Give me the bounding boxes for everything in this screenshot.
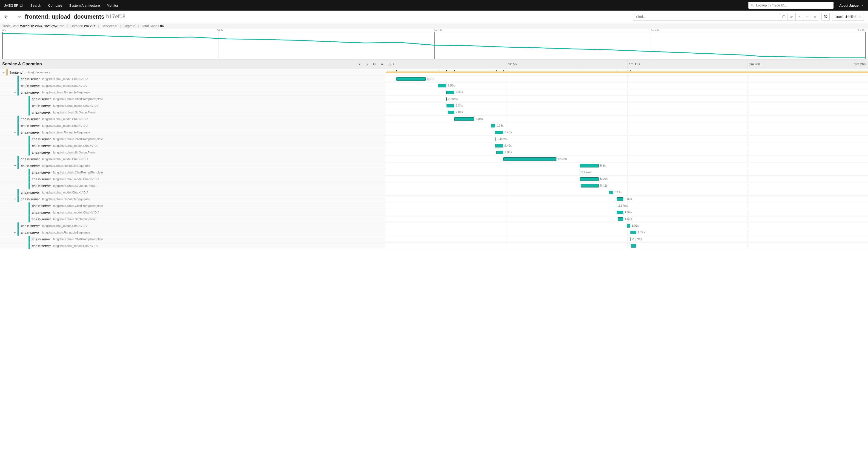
span-row[interactable]: chain-serverlangchain.chat_model.ChatNVI… [0,122,868,129]
find-clear-button[interactable] [811,13,819,21]
expand-toggle[interactable] [13,231,17,234]
span-bar[interactable] [495,137,496,141]
span-label[interactable]: chain-serverlangchain.chain.RunnableSequ… [0,89,386,95]
span-timeline[interactable]: 5.42s [386,182,868,189]
span-timeline[interactable]: 2.39ms [386,96,868,102]
span-row[interactable]: frontendupload_documents [0,69,868,76]
span-label[interactable]: chain-serverlangchain.chain.ChatPromptTe… [0,136,386,142]
nav-monitor[interactable]: Monitor [107,3,118,7]
span-label[interactable]: chain-serverlangchain.chain.ChatPromptTe… [0,236,386,242]
span-bar[interactable] [580,177,599,181]
span-timeline[interactable]: 2.37ms [386,236,868,242]
view-dropdown[interactable]: Trace Timeline [832,13,864,21]
span-bar[interactable] [454,117,474,121]
span-timeline[interactable]: 6.04s [386,116,868,122]
expand-toggle[interactable] [13,164,17,167]
trace-lookup[interactable] [748,2,834,9]
span-timeline[interactable]: 2.42s [386,142,868,149]
span-row[interactable]: chain-serverlangchain.chain.StrOutputPar… [0,182,868,189]
span-timeline[interactable]: 2.46s [386,129,868,136]
back-button[interactable] [2,13,9,20]
span-label[interactable]: chain-serverlangchain.chat_model.ChatNVI… [0,122,386,129]
span-label[interactable]: chain-serverlangchain.chat_model.ChatNVI… [0,176,386,182]
span-timeline[interactable]: 8.81s [386,76,868,82]
span-bar[interactable] [618,217,623,221]
span-row[interactable]: chain-serverlangchain.chat_model.ChatNVI… [0,209,868,216]
find-prev-button[interactable] [796,13,803,21]
span-timeline[interactable]: 2.08s [386,149,868,155]
span-timeline[interactable] [386,242,868,249]
span-timeline[interactable]: 1.02s [386,223,868,229]
span-bar[interactable] [448,111,454,114]
span-timeline[interactable]: 5.75s [386,176,868,182]
span-row[interactable]: chain-serverlangchain.chain.ChatPromptTe… [0,136,868,142]
span-label[interactable]: chain-serverlangchain.chain.RunnableSequ… [0,163,386,169]
span-timeline[interactable]: 1.23s [386,122,868,129]
find-input[interactable] [636,14,777,19]
span-row[interactable]: chain-serverlangchain.chat_model.ChatNVI… [0,242,868,249]
span-bar[interactable] [496,151,503,154]
expand-toggle[interactable] [13,91,17,94]
span-label[interactable]: chain-serverlangchain.chain.RunnableSequ… [0,229,386,236]
span-row[interactable]: chain-serverlangchain.chain.RunnableSequ… [0,129,868,136]
span-row[interactable]: chain-serverlangchain.chat_model.ChatNVI… [0,82,868,89]
span-bar[interactable] [609,191,613,194]
span-timeline[interactable]: 2.49ms [386,169,868,176]
span-bar[interactable] [630,231,636,234]
expand-all-button[interactable] [379,61,385,67]
minimap[interactable] [2,32,866,59]
span-bar[interactable] [495,131,503,134]
span-timeline[interactable]: 2.34s [386,103,868,109]
span-label[interactable]: chain-serverlangchain.chat_model.ChatNVI… [0,103,386,109]
span-row[interactable]: chain-serverlangchain.chain.StrOutputPar… [0,109,868,116]
span-row[interactable]: chain-serverlangchain.chain.RunnableSequ… [0,229,868,236]
span-bar[interactable] [580,171,580,174]
span-label[interactable]: chain-serverlangchain.chat_model.ChatNVI… [0,156,386,162]
span-row[interactable]: chain-serverlangchain.chat_model.ChatNVI… [0,116,868,122]
find-locate-button[interactable] [788,13,796,21]
span-timeline[interactable]: 2.02s [386,109,868,115]
span-row[interactable]: chain-serverlangchain.chain.RunnableSequ… [0,163,868,169]
span-timeline[interactable]: 2.34ms [386,202,868,209]
span-timeline[interactable]: 2.56s [386,82,868,89]
trace-lookup-input[interactable] [756,3,831,7]
span-label[interactable]: chain-serverlangchain.chat_model.ChatNVI… [0,223,386,229]
span-row[interactable]: chain-serverlangchain.chat_model.ChatNVI… [0,176,868,182]
nav-search[interactable]: Search [30,3,41,7]
keyboard-shortcut-button[interactable]: ⌘ [821,13,830,21]
span-timeline[interactable]: 1.99s [386,209,868,215]
span-row[interactable]: chain-serverlangchain.chain.StrOutputPar… [0,216,868,223]
span-row[interactable]: chain-serverlangchain.chain.RunnableSequ… [0,89,868,96]
span-label[interactable]: chain-serverlangchain.chat_model.ChatNVI… [0,116,386,122]
span-label[interactable]: frontendupload_documents [0,69,386,76]
span-label[interactable]: chain-serverlangchain.chat_model.ChatNVI… [0,242,386,249]
span-timeline[interactable]: 2.45ms [386,136,868,142]
span-bar[interactable] [627,224,630,228]
collapse-trace-button[interactable] [16,13,23,20]
span-timeline[interactable]: 1.19s [386,189,868,196]
span-row[interactable]: chain-serverlangchain.chain.ChatPromptTe… [0,236,868,242]
span-label[interactable]: chain-serverlangchain.chain.ChatPromptTe… [0,202,386,209]
span-bar[interactable] [631,244,637,247]
expand-toggle[interactable] [2,70,5,74]
nav-system-architecture[interactable]: System Architecture [69,3,100,7]
span-label[interactable]: chain-serverlangchain.chat_model.ChatNVI… [0,189,386,196]
span-bar[interactable] [491,124,495,127]
span-bar[interactable] [396,77,425,81]
nav-compare[interactable]: Compare [48,3,62,7]
span-row[interactable]: chain-serverlangchain.chat_model.ChatNVI… [0,189,868,196]
find-box[interactable] [633,13,780,21]
span-timeline[interactable]: 2.02s [386,196,868,202]
span-bar[interactable] [630,237,631,241]
span-timeline[interactable]: 1.69s [386,216,868,222]
span-bar[interactable] [438,84,446,87]
span-label[interactable]: chain-serverlangchain.chain.StrOutputPar… [0,182,386,189]
span-timeline[interactable]: 2.39s [386,89,868,95]
span-row[interactable]: chain-serverlangchain.chain.ChatPromptTe… [0,169,868,176]
span-row[interactable]: chain-serverlangchain.chat_model.ChatNVI… [0,76,868,82]
span-row[interactable]: chain-serverlangchain.chain.StrOutputPar… [0,149,868,156]
span-timeline[interactable]: 1.77s [386,229,868,236]
span-row[interactable]: chain-serverlangchain.chat_model.ChatNVI… [0,223,868,229]
brand-logo[interactable]: JAEGER UI [4,3,24,7]
span-bar[interactable] [446,91,454,94]
